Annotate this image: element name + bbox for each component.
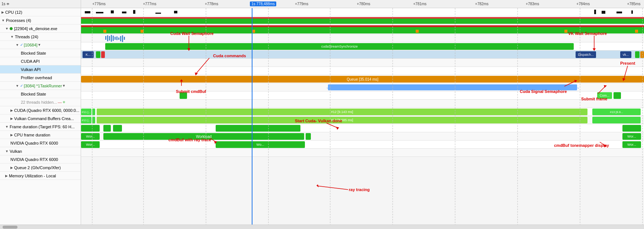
svg-text:ray tracing: ray tracing [349, 187, 370, 192]
add-btn-threads[interactable]: + [62, 99, 65, 105]
tree-label-blocked-state-2: Blocked State [21, 92, 46, 96]
tree-item-vulkan-api[interactable]: Vulkan API [0, 65, 81, 74]
tree-item-blocked-state-2[interactable]: Blocked State [0, 90, 81, 98]
com-bar: Com... [597, 92, 612, 99]
track-vulkan-cmd-buffers [81, 100, 644, 108]
tree-item-vk-denoise[interactable]: ▼ [22904] vk_denoise.exe [0, 25, 81, 33]
time-marker-active: 1s 778,488ms [250, 1, 276, 6]
track-queue-wor-bottom: Wor... Wo... Wor... [81, 141, 644, 149]
tree-item-cpu-frame[interactable]: ▶ CPU frame duration [0, 131, 81, 139]
bs-wave-4 [111, 35, 112, 42]
thread-main-red [81, 25, 644, 27]
marker-6 [635, 30, 638, 33]
tree-item-cpu[interactable]: ▶ CPU (12) [0, 8, 81, 16]
svg-line-42 [317, 186, 348, 190]
nvidia-frame-12-ext [592, 117, 641, 123]
right-panel: Cuda Wait Semaphore VK Wait Semaphore Cu… [81, 8, 644, 225]
expand-icon-queue-gfx: ▶ [10, 166, 13, 170]
expand-icon-memory-util: ▶ [5, 174, 8, 178]
time-marker-781: +781ms [413, 2, 426, 6]
thread-3084-dropdown[interactable]: ▾ [63, 83, 65, 88]
track-cuda-quadro: Com... [81, 91, 644, 100]
track-memory-util [81, 149, 644, 157]
vulkan-small-red [101, 51, 105, 58]
tree-item-thread-3084[interactable]: ▼ ✓ [3084] *1TaskRunner ▾ [0, 82, 81, 90]
tree-item-nvidia-rtx[interactable]: NVIDIA Quadro RTX 6000 [0, 139, 81, 147]
time-marker-779: +779ms [295, 2, 308, 6]
wor-bottom-end: Wor... [622, 141, 641, 148]
expand-icon-vulkan-section: ▼ [5, 149, 9, 153]
time-marker-785: +785ms [627, 2, 641, 6]
tree-item-thread-10684[interactable]: ▼ ✓ [10684] ▾ [0, 41, 81, 49]
tree-item-threads[interactable]: ▼ Threads (24) [0, 33, 81, 41]
tree-item-vulkan-section[interactable]: ▼ Vulkan [0, 147, 81, 155]
time-marker-784: +784ms [576, 2, 590, 6]
expand-icon-cpu: ▶ [1, 10, 4, 14]
vk-bar-end: vk... [620, 51, 631, 58]
tree-label-cuda-api: CUDA API [21, 59, 40, 64]
minus-btn-threads[interactable]: — [58, 100, 62, 104]
tree-item-processes[interactable]: ▼ Processes (4) [0, 16, 81, 25]
time-marker-782: +782ms [475, 2, 489, 6]
vulkan-nv-5 [622, 125, 641, 132]
tree-label-nvidia-rtx: NVIDIA Quadro RTX 6000 [10, 141, 58, 145]
vulkan-end-green [635, 51, 640, 58]
wor-bottom-1: Wor... [81, 141, 100, 148]
wo-bar: Wo... [216, 141, 305, 148]
tree-label-nvidia-vulkan: NVIDIA Quadro RTX 6000 [10, 157, 58, 162]
expand-icon-thread-3084: ▼ [16, 84, 19, 88]
time-marker-777: +777ms [143, 2, 157, 6]
expand-icon-cpu-frame: ▶ [10, 133, 13, 137]
sort-label: 1s ≑ [1, 2, 9, 6]
tree-item-nvidia-vulkan[interactable]: NVIDIA Quadro RTX 6000 [0, 155, 81, 164]
tree-label-processes: Processes (4) [6, 18, 31, 23]
tree-item-blocked-state-1[interactable]: Blocked State [0, 49, 81, 57]
tree-item-queue-gfx[interactable]: ▶ Queue 2 (Gfx/Comp/Xfer) [0, 164, 81, 172]
process-red-bar [81, 17, 644, 19]
track-cuda-api: cudaStreamSynchronize [81, 42, 644, 51]
tree-label-vk-denoise: [22904] vk_denoise.exe [14, 26, 57, 31]
bs-wave-11 [124, 37, 125, 40]
bs-wave-7 [116, 36, 117, 40]
marker-3 [252, 30, 255, 33]
track-frame-cpu: #11 [... #12 [9.143 ms] #13 [8.8... [81, 108, 644, 116]
tree-item-cuda-quadro[interactable]: ▶ CUDA (Quadro RTX 6000, 0000:0... [0, 106, 81, 115]
track-profiler-overhead [81, 59, 644, 67]
bs-wave-6 [115, 37, 116, 40]
track-blocked-state-1 [81, 34, 644, 42]
horizontal-scrollbar[interactable] [0, 225, 644, 229]
tree-label-cpu-frame: CPU frame duration [14, 133, 50, 137]
tree-label-vulkan-cmd: Vulkan Command Buffers Crea... [14, 116, 74, 121]
scrollbar-thumb[interactable] [3, 226, 17, 229]
thread-10684-dropdown[interactable]: ▾ [38, 42, 41, 47]
frame-cpu-13: #13 [8.8... [592, 109, 641, 115]
wor-block-1: Wor... [81, 133, 100, 140]
expand-icon-vk-denoise: ▼ [5, 27, 9, 30]
tree-item-vulkan-cmd[interactable]: ▶ Vulkan Command Buffers Crea... [0, 115, 81, 123]
tree-label-frame-duration: Frame duration (Target FPS: 60 H... [10, 125, 75, 129]
nvidia-frame-12: #12 [8.685 ms] [97, 117, 587, 123]
marker-2 [141, 30, 144, 33]
nvidia-frame-11b [92, 117, 95, 123]
frame-cpu-12: #12 [9.143 ms] [97, 109, 587, 115]
tree-item-cuda-api[interactable]: CUDA API [0, 57, 81, 65]
tree-label-profiler-overhead: Profiler overhead [21, 75, 52, 80]
expand-icon-thread-10684: ▼ [16, 43, 19, 47]
vulkan-nv-1 [81, 125, 100, 132]
wor-block-end: Wor... [622, 133, 641, 140]
tree-item-memory-util[interactable]: ▶ Memory Utilization - Local [0, 172, 81, 180]
vulkan-small-green [96, 51, 100, 58]
svg-marker-43 [316, 184, 319, 187]
tree-label-hidden-threads: 22 threads hidden... [21, 100, 57, 104]
tree-label-vulkan-section: Vulkan [10, 149, 22, 154]
bs-wave-1 [105, 36, 106, 40]
check-icon-3084: ✓ [20, 84, 23, 88]
time-header: 1s ≑ +776ms +777ms +778ms 1s 778,488ms +… [0, 0, 644, 8]
time-marker-780: +780ms [357, 2, 370, 6]
tree-item-profiler-overhead[interactable]: Profiler overhead [0, 74, 81, 82]
tree-item-frame-duration[interactable]: ▼ Frame duration (Target FPS: 60 H... [0, 123, 81, 131]
tree-item-hidden-threads[interactable]: 22 threads hidden... — + [0, 98, 81, 106]
time-marker-783: +783ms [526, 2, 539, 6]
expand-icon-vulkan-cmd: ▶ [10, 117, 13, 120]
tree-label-blocked-state-1: Blocked State [21, 51, 46, 55]
